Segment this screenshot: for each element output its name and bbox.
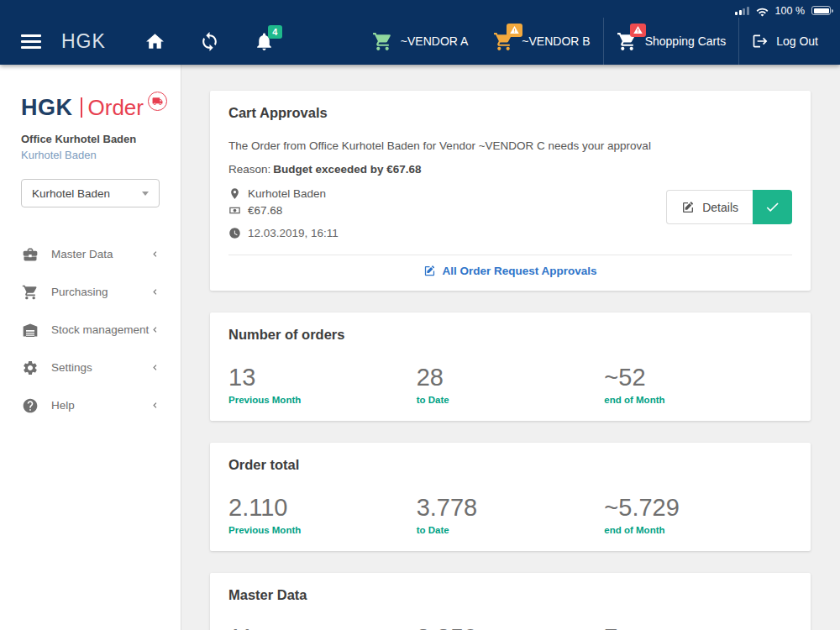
card-title: Order total <box>228 457 792 473</box>
stats-row: 11 Vendors 3.859 Items 7 Order lists <box>228 624 792 630</box>
cart-approvals-footer: All Order Request Approvals <box>228 255 792 291</box>
sidebar-item-label: Settings <box>51 361 150 374</box>
warehouse-icon <box>22 322 39 339</box>
shopping-carts-button[interactable]: Shopping Carts <box>603 18 739 65</box>
sidebar-item-label: Help <box>51 399 150 412</box>
approval-location-row: Kurhotel Baden <box>228 187 339 200</box>
stat-value: 28 <box>417 364 605 391</box>
home-icon[interactable] <box>144 31 165 52</box>
number-of-orders-card: Number of orders 13 Previous Month 28 to… <box>210 312 811 421</box>
stat-vendors: 11 Vendors <box>228 624 417 630</box>
stat-value: 3.778 <box>417 494 605 521</box>
approval-actions: Details <box>666 190 792 244</box>
sync-icon[interactable] <box>199 31 220 52</box>
status-bar: 100 % <box>0 0 840 18</box>
all-order-request-approvals-link[interactable]: All Order Request Approvals <box>423 265 596 277</box>
sidebar-item-purchasing[interactable]: Purchasing <box>0 273 181 311</box>
check-icon <box>764 199 780 215</box>
reason-value: Budget exceeded by €67.68 <box>273 163 421 176</box>
card-title: Number of orders <box>228 327 792 343</box>
app-logo: HGK Order <box>21 95 181 120</box>
notification-badge: 4 <box>268 25 282 39</box>
shopping-carts-icon <box>617 31 638 52</box>
approval-amount: €67.68 <box>248 204 282 217</box>
vendor-b-cart-icon <box>493 31 514 52</box>
location-select-value: Kurhotel Baden <box>32 187 110 200</box>
stat-label: Previous Month <box>228 525 417 535</box>
cart-icon <box>22 284 39 301</box>
shopping-carts-label: Shopping Carts <box>645 34 727 48</box>
briefcase-icon <box>22 246 39 263</box>
sidebar-menu: Master Data Purchasing Stock management <box>0 235 181 424</box>
truck-icon <box>148 92 167 111</box>
vendor-b-button[interactable]: ~VENDOR B <box>480 18 602 65</box>
approval-location: Kurhotel Baden <box>248 187 326 200</box>
stat-value: ~52 <box>604 364 792 391</box>
navbar-brand: HGK <box>61 30 106 53</box>
card-title: Master Data <box>228 587 792 603</box>
logo-product-text: Order <box>88 95 144 120</box>
chevron-left-icon <box>150 249 160 260</box>
stat-value: 2.110 <box>228 494 417 521</box>
vendor-a-button[interactable]: ~VENDOR A <box>360 18 481 65</box>
stat-value: 7 <box>604 624 792 630</box>
shopping-carts-warning-badge <box>630 24 646 37</box>
vendor-b-warning-badge <box>507 24 522 37</box>
banknote-icon <box>228 204 241 217</box>
approval-meta: Kurhotel Baden €67.68 12.03.2019, 16:11 … <box>228 187 792 244</box>
stats-row: 13 Previous Month 28 to Date ~52 end of … <box>228 364 792 405</box>
signal-icon <box>735 7 749 15</box>
chevron-left-icon <box>150 400 160 411</box>
edit-icon <box>423 265 436 277</box>
stat-label: Previous Month <box>228 395 417 405</box>
log-out-icon <box>752 33 769 50</box>
clock-icon <box>228 227 241 239</box>
main-content: Cart Approvals The Order from Office Kur… <box>182 65 840 630</box>
battery-percent: 100 % <box>775 5 805 17</box>
log-out-button[interactable]: Log Out <box>738 18 840 65</box>
details-button[interactable]: Details <box>666 190 753 224</box>
approval-message: The Order from Office Kurhotel Baden for… <box>228 139 792 152</box>
cart-approvals-title: Cart Approvals <box>228 105 792 121</box>
approval-reason: Reason:Budget exceeded by €67.68 <box>228 163 792 176</box>
sidebar-item-help[interactable]: Help <box>0 386 181 424</box>
stat-label: to Date <box>417 525 605 535</box>
stat-value: 11 <box>228 624 417 630</box>
office-name: Office Kurhotel Baden <box>21 133 181 145</box>
location-select[interactable]: Kurhotel Baden <box>21 179 160 207</box>
stats-row: 2.110 Previous Month 3.778 to Date ~5.72… <box>228 494 792 535</box>
approval-datetime: 12.03.2019, 16:11 <box>248 227 339 239</box>
navbar-main-row: HGK 4 ~VENDOR A ~VENDOR B <box>0 18 840 65</box>
stat-value: ~5.729 <box>604 494 792 521</box>
log-out-label: Log Out <box>776 34 818 48</box>
vendor-a-label: ~VENDOR A <box>401 34 469 48</box>
master-data-card: Master Data 11 Vendors 3.859 Items 7 Ord… <box>210 573 811 630</box>
stat-value: 13 <box>228 364 417 391</box>
sidebar-item-stock-management[interactable]: Stock management <box>0 311 181 349</box>
wifi-icon <box>756 6 769 16</box>
menu-icon[interactable] <box>20 33 42 50</box>
details-button-label: Details <box>702 201 738 214</box>
stat-previous-month: 2.110 Previous Month <box>228 494 417 535</box>
stat-to-date: 3.778 to Date <box>417 494 605 535</box>
stat-label: to Date <box>417 395 605 405</box>
sidebar: HGK Order Office Kurhotel Baden Kurhotel… <box>0 65 181 630</box>
office-location-link[interactable]: Kurhotel Baden <box>21 149 181 161</box>
chevron-left-icon <box>150 286 160 297</box>
cart-approvals-card: Cart Approvals The Order from Office Kur… <box>210 91 811 291</box>
battery-icon <box>811 6 831 15</box>
sidebar-item-label: Purchasing <box>51 286 150 298</box>
sidebar-item-settings[interactable]: Settings <box>0 349 181 386</box>
top-navbar: 100 % HGK 4 ~VENDOR A <box>0 0 840 65</box>
footer-link-label: All Order Request Approvals <box>442 265 596 277</box>
approve-button[interactable] <box>753 190 792 224</box>
bell-icon[interactable]: 4 <box>254 31 275 52</box>
sidebar-item-label: Master Data <box>51 248 150 260</box>
location-pin-icon <box>228 187 241 200</box>
stat-order-lists: 7 Order lists <box>604 624 792 630</box>
sidebar-item-master-data[interactable]: Master Data <box>0 235 181 273</box>
stat-end-of-month: ~5.729 end of Month <box>604 494 792 535</box>
stat-label: end of Month <box>604 395 792 405</box>
stat-previous-month: 13 Previous Month <box>228 364 417 405</box>
reason-label: Reason: <box>228 163 270 176</box>
